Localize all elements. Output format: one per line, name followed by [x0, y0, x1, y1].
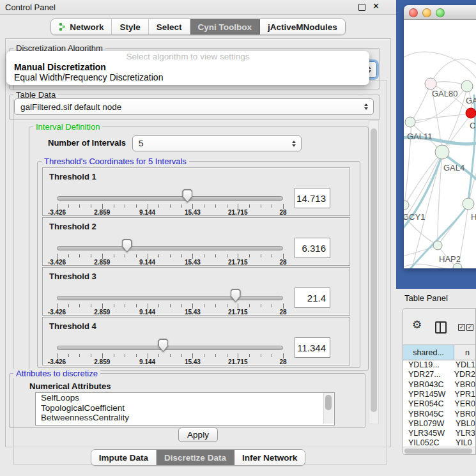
table-row[interactable]: YDR27...YDR2 — [403, 370, 475, 380]
table-row[interactable]: YPR145WYPR1 — [403, 390, 475, 399]
tab-discretize-data[interactable]: Discretize Data — [157, 450, 234, 465]
zoom-traffic-light-icon[interactable] — [436, 8, 445, 17]
slider-tick — [283, 204, 284, 209]
table-row[interactable]: YBL079WYBL0 — [403, 419, 475, 429]
slider-tick-label: 28 — [279, 358, 286, 365]
table-cell: YPR145W — [403, 390, 453, 399]
slider-thumb[interactable] — [182, 189, 192, 203]
tab-network[interactable]: Network — [51, 19, 112, 35]
network-node-label: GAL80 — [432, 89, 457, 98]
network-node-top-right-node[interactable] — [461, 81, 473, 92]
tab-impute-data[interactable]: Impute Data — [91, 450, 157, 465]
threshold-value-field[interactable]: 11.344 — [295, 337, 330, 358]
table-cell: YDL1 — [454, 360, 475, 370]
top-tab-group: NetworkStyleSelectCyni ToolboxjActiveMNo… — [50, 19, 346, 35]
algorithm-option-manual-discretization[interactable]: Manual Discretization — [6, 63, 369, 73]
network-node-label: GAL4 — [443, 163, 464, 173]
slider-tick — [158, 254, 159, 257]
threshold-value-field[interactable]: 21.4 — [295, 288, 330, 308]
network-edge — [410, 114, 470, 122]
table-cell: YBR0 — [453, 410, 475, 419]
table-row[interactable]: YER054CYER0 — [403, 399, 475, 409]
table-data-combobox[interactable]: galFiltered.sif default node — [14, 98, 374, 115]
table-column-header-n[interactable]: n — [454, 345, 475, 360]
network-node-bottom-node[interactable] — [453, 263, 462, 268]
slider-thumb[interactable] — [158, 339, 168, 352]
scrollbar-thumb[interactable] — [404, 449, 472, 454]
network-node-selected-red-node[interactable] — [466, 108, 476, 118]
slider-tick — [148, 303, 148, 309]
minimize-traffic-light-icon[interactable] — [422, 8, 431, 17]
column-layout-icon[interactable] — [435, 321, 447, 334]
number-of-intervals-value: 5 — [139, 139, 144, 148]
table-row[interactable]: YBR045CYBR0 — [403, 410, 475, 419]
threshold-value-field[interactable]: 6.316 — [295, 238, 330, 258]
network-node-gcy1-node[interactable] — [404, 201, 409, 210]
slider-tick — [102, 254, 103, 259]
slider-tick — [79, 254, 80, 257]
table-horizontal-scrollbar[interactable] — [403, 447, 475, 455]
slider-tick — [102, 204, 103, 209]
slider-tick — [91, 204, 91, 208]
close-traffic-light-icon[interactable] — [409, 8, 418, 17]
table-row[interactable]: YDL19...YDL1 — [403, 360, 475, 370]
tab-style[interactable]: Style — [112, 19, 148, 35]
slider-track[interactable] — [57, 346, 283, 350]
tab-select[interactable]: Select — [149, 19, 190, 35]
slider-tick — [181, 204, 182, 208]
attributes-list-scrollbar[interactable] — [323, 393, 334, 424]
slider-tick — [170, 304, 171, 307]
slider-track[interactable] — [57, 246, 283, 250]
threshold-value-field[interactable]: 14.713 — [295, 188, 330, 208]
table-row[interactable]: YLR345WYLR3 — [403, 429, 475, 438]
table-row[interactable]: YBR043CYBR0 — [403, 380, 475, 390]
network-node-right-node[interactable] — [463, 198, 474, 210]
tab-infer-network[interactable]: Infer Network — [234, 450, 305, 465]
select-all-checkbox-icon[interactable]: ✓ — [466, 324, 473, 331]
tab-label: Impute Data — [99, 453, 148, 463]
network-node-hap2-node[interactable] — [433, 241, 442, 250]
table-column-header-shared[interactable]: shared... — [403, 345, 454, 360]
attribute-list-item[interactable]: BetweennessCentrality — [36, 413, 334, 423]
algorithm-option-equal-width-frequency-discretization[interactable]: Equal Width/Frequency Discretization — [6, 73, 369, 83]
network-node-gal11-node[interactable] — [405, 117, 415, 127]
network-node-label: GCY1 — [404, 212, 425, 222]
scrollbar-thumb[interactable] — [371, 128, 377, 412]
slider-track[interactable] — [57, 296, 283, 300]
settings-vertical-scrollbar[interactable] — [369, 120, 379, 424]
threshold-label: Threshold 2 — [49, 222, 96, 231]
settings-gear-icon[interactable]: ⚙ — [412, 318, 422, 332]
slider-tick — [68, 204, 69, 208]
attribute-list-item[interactable]: SelfLoops — [36, 393, 334, 403]
table-cell: YLR3 — [454, 429, 475, 438]
close-icon[interactable]: ✕ — [372, 1, 380, 11]
network-node-gal4-node[interactable] — [435, 145, 449, 159]
network-node-gal80-node[interactable] — [425, 78, 436, 89]
slider-tick — [215, 254, 216, 257]
attribute-list-item[interactable]: TopologicalCoefficient — [36, 403, 334, 413]
tab-cyni-toolbox[interactable]: Cyni Toolbox — [190, 19, 261, 35]
number-of-intervals-combobox[interactable]: 5 — [132, 135, 302, 151]
slider-thumb[interactable] — [231, 289, 241, 302]
slider-track[interactable] — [57, 196, 283, 201]
tab-jactivemnodules[interactable]: jActiveMNodules — [260, 19, 345, 35]
slider-tick — [170, 204, 171, 208]
slider-tick — [192, 204, 193, 209]
network-canvas[interactable]: GAL80GACGAL11GAL4GCY1HHAP2 — [404, 20, 476, 268]
apply-button[interactable]: Apply — [178, 427, 218, 442]
slider-tick — [148, 254, 148, 259]
select-all-checkbox-icon[interactable]: ✓ — [458, 324, 465, 331]
slider-tick-label: 2.859 — [94, 309, 110, 316]
tab-label: Select — [157, 22, 182, 32]
scrollbar-thumb[interactable] — [325, 395, 332, 410]
float-panel-icon[interactable] — [358, 4, 365, 11]
table-cell: YDR27... — [403, 370, 453, 380]
table-cell: YER0 — [453, 399, 475, 409]
numerical-attributes-list[interactable]: SelfLoopsTopologicalCoefficientBetweenne… — [35, 392, 335, 426]
table-cell: YER054C — [403, 399, 453, 409]
slider-tick — [148, 353, 148, 358]
tab-label: jActiveMNodules — [268, 22, 337, 32]
slider-tick — [238, 204, 238, 209]
slider-thumb[interactable] — [122, 239, 132, 252]
algorithm-dropdown-popup: Select algorithm to view settings Manual… — [6, 51, 369, 85]
